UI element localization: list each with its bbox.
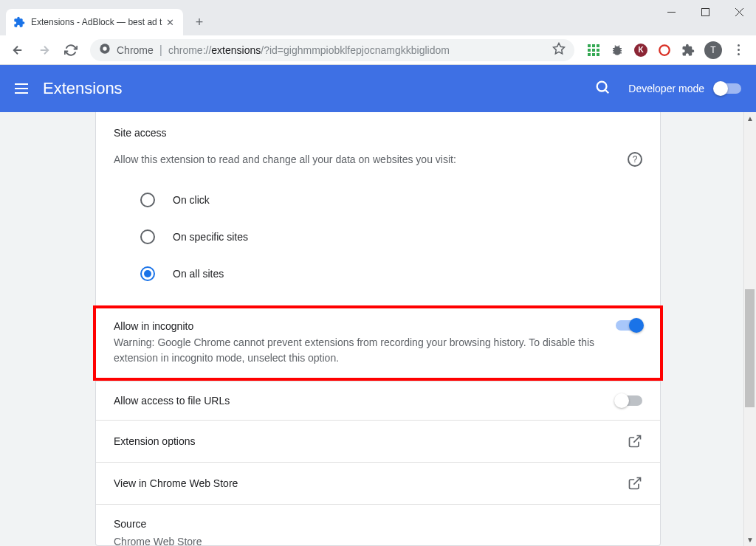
svg-rect-9 xyxy=(597,44,599,47)
scroll-up-icon[interactable]: ▲ xyxy=(744,112,756,125)
extensions-header: Extensions Developer mode xyxy=(0,65,756,112)
svg-point-16 xyxy=(659,45,670,55)
extension-options-row[interactable]: Extension options xyxy=(96,420,660,462)
site-access-title: Site access xyxy=(114,127,642,139)
svg-rect-13 xyxy=(588,53,591,56)
svg-rect-0 xyxy=(667,12,676,13)
svg-rect-14 xyxy=(592,53,595,56)
developer-mode-toggle[interactable] xyxy=(715,83,741,94)
scroll-down-icon[interactable]: ▼ xyxy=(744,533,756,546)
close-icon[interactable]: ✕ xyxy=(164,16,176,28)
browser-tab[interactable]: Extensions - AdBlock — best ad t ✕ xyxy=(6,9,183,35)
svg-line-18 xyxy=(606,90,609,93)
source-title: Source xyxy=(114,518,146,530)
close-button[interactable] xyxy=(722,0,756,24)
ext-icon-o[interactable] xyxy=(657,43,672,58)
svg-rect-1 xyxy=(701,8,709,15)
radio-icon xyxy=(140,266,155,281)
hamburger-icon[interactable] xyxy=(15,83,28,94)
profile-avatar[interactable]: T xyxy=(704,41,722,59)
radio-on-click[interactable]: On click xyxy=(140,182,642,218)
site-access-radio-group: On click On specific sites On all sites xyxy=(114,182,642,292)
svg-marker-6 xyxy=(554,43,565,53)
radio-specific-sites[interactable]: On specific sites xyxy=(140,218,642,255)
svg-rect-10 xyxy=(588,49,591,52)
tab-title: Extensions - AdBlock — best ad t xyxy=(31,17,164,27)
incognito-title: Allow in incognito xyxy=(114,320,601,332)
extensions-icon[interactable] xyxy=(681,43,695,58)
radio-all-sites[interactable]: On all sites xyxy=(140,255,642,292)
bookmark-icon[interactable] xyxy=(552,42,566,58)
web-store-row[interactable]: View in Chrome Web Store xyxy=(96,462,660,504)
vertical-scrollbar[interactable]: ▲ ▼ xyxy=(743,112,756,546)
maximize-button[interactable] xyxy=(688,0,722,24)
minimize-button[interactable] xyxy=(654,0,688,24)
source-row: Source Chrome Web Store xyxy=(96,504,660,546)
puzzle-icon xyxy=(13,16,25,28)
svg-point-5 xyxy=(103,46,106,50)
content-area: Site access Allow this extension to read… xyxy=(0,112,756,546)
window-controls xyxy=(654,0,756,24)
svg-point-17 xyxy=(597,82,607,91)
chrome-icon xyxy=(99,43,111,57)
omnibox-url: chrome://extensions/?id=gighmmpiobklfepj… xyxy=(168,44,450,56)
svg-rect-7 xyxy=(588,44,591,47)
radio-icon xyxy=(140,229,155,244)
file-urls-title: Allow access to file URLs xyxy=(114,395,230,407)
omnibox-separator: | xyxy=(159,44,162,57)
browser-toolbar: Chrome | chrome://extensions/?id=gighmmp… xyxy=(0,35,756,65)
svg-rect-12 xyxy=(597,49,599,52)
file-urls-row: Allow access to file URLs xyxy=(96,381,660,420)
back-button[interactable] xyxy=(6,38,30,62)
svg-rect-15 xyxy=(597,53,599,56)
ext-icon-k[interactable]: K xyxy=(633,43,648,58)
toolbar-extension-icons: K T xyxy=(582,41,750,59)
ext-icon-bug[interactable] xyxy=(610,43,625,58)
page-title: Extensions xyxy=(43,79,594,98)
launch-icon xyxy=(628,434,642,449)
incognito-desc: Warning: Google Chrome cannot prevent ex… xyxy=(114,335,601,366)
launch-icon xyxy=(628,476,642,491)
file-urls-toggle[interactable] xyxy=(616,395,642,406)
reload-button[interactable] xyxy=(59,38,83,62)
search-icon[interactable] xyxy=(594,79,611,98)
extension-detail-card: Site access Allow this extension to read… xyxy=(95,112,661,546)
forward-button[interactable] xyxy=(32,38,56,62)
radio-label: On specific sites xyxy=(173,231,248,243)
address-bar[interactable]: Chrome | chrome://extensions/?id=gighmmp… xyxy=(90,39,574,61)
help-icon[interactable]: ? xyxy=(628,152,642,167)
incognito-section: Allow in incognito Warning: Google Chrom… xyxy=(93,305,663,381)
svg-rect-11 xyxy=(592,49,595,52)
radio-label: On all sites xyxy=(173,268,224,280)
omnibox-prefix: Chrome xyxy=(117,44,154,56)
source-value: Chrome Web Store xyxy=(114,534,202,546)
web-store-title: View in Chrome Web Store xyxy=(114,477,238,489)
incognito-toggle[interactable] xyxy=(616,320,642,331)
ext-icon-grid[interactable] xyxy=(586,43,601,58)
scroll-thumb[interactable] xyxy=(745,289,755,407)
radio-icon xyxy=(140,193,155,207)
svg-rect-8 xyxy=(592,44,595,47)
extension-options-title: Extension options xyxy=(114,435,196,447)
radio-label: On click xyxy=(173,194,210,206)
site-access-desc: Allow this extension to read and change … xyxy=(114,153,456,165)
developer-mode-label: Developer mode xyxy=(628,83,704,94)
window-titlebar: Extensions - AdBlock — best ad t ✕ + xyxy=(0,0,756,35)
kebab-menu-icon[interactable] xyxy=(731,43,746,58)
new-tab-button[interactable]: + xyxy=(189,12,210,32)
